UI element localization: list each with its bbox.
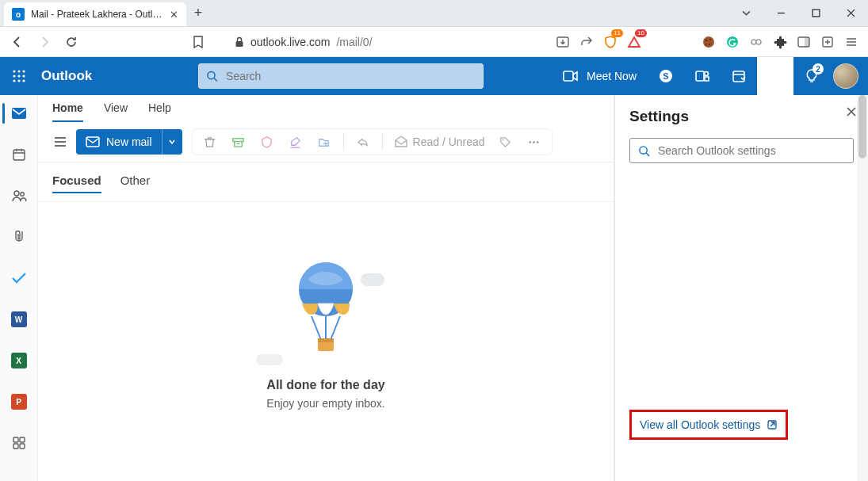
tab-view[interactable]: View (104, 101, 128, 122)
global-search[interactable] (198, 63, 484, 89)
reply-icon[interactable] (350, 129, 376, 155)
svg-point-33 (20, 193, 24, 197)
word-app[interactable]: W (2, 306, 36, 333)
browser-tab[interactable]: o Mail - Prateek Lakhera - Outlook ✕ (4, 2, 186, 26)
new-mail-label: New mail (106, 136, 152, 148)
triangle-ext-icon[interactable]: 10 (624, 32, 644, 52)
new-mail-button[interactable]: New mail (76, 129, 182, 155)
pivot-other[interactable]: Other (120, 174, 151, 193)
svg-point-7 (705, 44, 707, 45)
shield-ext-icon[interactable]: 11 (600, 32, 621, 52)
url-display[interactable]: outlook.live.com/mail/0/ (235, 36, 373, 48)
app-launcher-icon[interactable] (0, 57, 38, 95)
forward-button[interactable] (33, 31, 55, 53)
new-mail-split[interactable] (162, 129, 182, 155)
notification-badge: 2 (813, 63, 824, 74)
url-path: /mail/0/ (336, 36, 372, 48)
collections-icon[interactable] (817, 32, 838, 52)
svg-point-5 (709, 38, 711, 40)
files-module[interactable] (2, 223, 36, 250)
mail-icon (86, 136, 100, 147)
reload-button[interactable] (60, 31, 82, 53)
svg-point-41 (530, 141, 532, 143)
svg-rect-12 (805, 37, 809, 47)
view-all-settings-link[interactable]: View all Outlook settings (640, 418, 760, 431)
search-icon (206, 70, 218, 82)
svg-point-17 (13, 74, 15, 77)
open-icon (767, 419, 778, 430)
tab-home[interactable]: Home (52, 101, 83, 122)
brand-label[interactable]: Outlook (38, 68, 103, 84)
window-controls (728, 0, 868, 26)
caret-down-icon[interactable] (728, 0, 763, 26)
read-unread-label: Read / Unread (413, 136, 485, 148)
tag-icon[interactable] (493, 129, 518, 155)
grammarly-ext-icon[interactable] (722, 32, 743, 52)
teams-icon[interactable] (684, 57, 721, 95)
sidepanel-icon[interactable] (793, 32, 814, 52)
ribbon-tabs: Home View Help (38, 95, 614, 122)
sweep-icon[interactable] (283, 129, 308, 155)
url-host: outlook.live.com (250, 36, 330, 48)
cookie-ext-icon[interactable] (698, 32, 719, 52)
todo-module[interactable] (2, 265, 36, 292)
settings-title: Settings (629, 108, 854, 125)
close-tab-icon[interactable]: ✕ (170, 9, 178, 21)
link-ext-icon[interactable] (746, 32, 767, 52)
powerpoint-app[interactable]: P (2, 388, 36, 415)
report-icon[interactable] (254, 129, 280, 155)
module-rail: W X P (0, 95, 38, 481)
svg-rect-46 (318, 338, 334, 342)
more-apps-icon[interactable] (2, 429, 36, 456)
svg-point-43 (537, 141, 539, 143)
people-module[interactable] (2, 182, 36, 209)
extensions-icon[interactable] (770, 32, 790, 52)
svg-rect-35 (20, 437, 25, 442)
skype-icon[interactable]: S (648, 57, 684, 95)
scrollbar-thumb[interactable] (858, 95, 866, 158)
excel-app[interactable]: X (2, 347, 36, 374)
archive-icon[interactable] (226, 129, 251, 155)
browser-menu-icon[interactable] (841, 32, 862, 52)
bookmark-icon[interactable] (187, 31, 209, 53)
svg-rect-39 (233, 138, 243, 141)
svg-rect-36 (13, 444, 18, 449)
new-tab-button[interactable]: + (186, 0, 210, 26)
minimize-button[interactable] (763, 0, 798, 26)
svg-rect-1 (236, 41, 243, 47)
settings-search[interactable] (629, 138, 854, 163)
search-input[interactable] (226, 70, 476, 82)
lock-icon (235, 36, 244, 48)
account-avatar[interactable] (833, 63, 858, 89)
tab-help[interactable]: Help (148, 101, 171, 122)
settings-button[interactable] (757, 57, 793, 95)
read-unread-button[interactable]: Read / Unread (389, 136, 490, 148)
settings-search-input[interactable] (658, 144, 845, 157)
calendar-module[interactable] (2, 141, 36, 168)
my-day-icon[interactable] (721, 57, 757, 95)
svg-rect-0 (813, 10, 820, 17)
delete-icon[interactable] (197, 129, 223, 155)
maximize-button[interactable] (798, 0, 833, 26)
empty-subtitle: Enjoy your empty inbox. (266, 397, 384, 410)
overflow-icon[interactable] (522, 129, 547, 155)
folder-pane-toggle[interactable] (49, 131, 71, 153)
back-button[interactable] (6, 31, 29, 53)
share-icon[interactable] (576, 32, 597, 52)
move-icon[interactable] (312, 129, 337, 155)
close-settings-button[interactable] (846, 106, 857, 117)
svg-point-15 (17, 70, 20, 72)
tips-icon[interactable]: 2 (793, 57, 830, 95)
main-region: Home View Help New mail (38, 95, 868, 481)
vertical-scrollbar[interactable] (857, 95, 868, 481)
ext-badge: 10 (635, 29, 647, 37)
envelope-open-icon (394, 136, 408, 148)
svg-point-32 (14, 191, 19, 196)
meet-now-button[interactable]: Meet Now (552, 70, 648, 82)
empty-inbox-state: All done for the day Enjoy your empty in… (38, 202, 614, 481)
mail-module[interactable] (2, 100, 36, 127)
close-window-button[interactable] (833, 0, 868, 26)
search-icon (638, 145, 650, 157)
install-app-icon[interactable] (553, 32, 573, 52)
pivot-focused[interactable]: Focused (52, 174, 101, 193)
